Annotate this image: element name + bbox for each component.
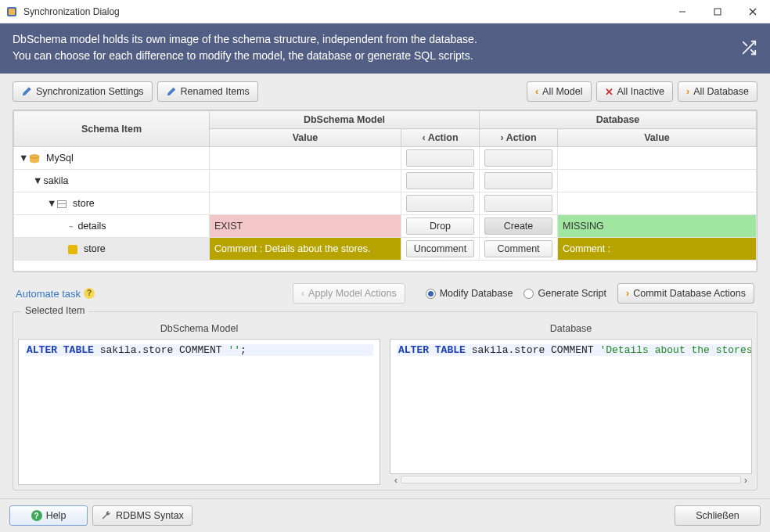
col-model-value: Value — [210, 129, 401, 147]
selected-right-title: Database — [390, 323, 752, 334]
sync-table: Schema Item DbSchema Model Database Valu… — [13, 110, 757, 272]
wrench-icon — [101, 510, 112, 521]
table-icon — [57, 200, 67, 208]
tree-row-store[interactable]: ▼ store — [14, 192, 757, 215]
tree-row-mysql[interactable]: ▼ MySql — [14, 147, 757, 170]
shuffle-icon — [740, 39, 757, 56]
sync-settings-label: Synchronization Settings — [36, 86, 144, 97]
drop-button[interactable]: Drop — [406, 217, 474, 235]
pencil-icon — [166, 86, 177, 97]
tree-row-sakila[interactable]: ▼ sakila — [14, 170, 757, 192]
tree-label: store — [73, 198, 95, 209]
svg-rect-1 — [9, 9, 15, 15]
dialog-close-button[interactable]: Schließen — [675, 505, 761, 526]
rdbms-label: RDBMS Syntax — [116, 510, 184, 521]
tree-row-details[interactable]: ∙∙∙ details EXIST Drop Create MISSING — [14, 215, 757, 238]
all-database-label: All Database — [693, 86, 749, 97]
x-icon: ✕ — [605, 86, 613, 98]
tree-label: sakila — [43, 175, 68, 186]
titlebar: Synchronization Dialog — [0, 0, 770, 23]
maximize-button[interactable] — [700, 0, 735, 23]
chevron-left-icon: ‹ — [301, 288, 304, 299]
all-inactive-button[interactable]: ✕ All Inactive — [596, 81, 673, 102]
empty-action[interactable] — [484, 149, 552, 167]
empty-action[interactable] — [484, 195, 552, 212]
database-icon — [29, 154, 40, 164]
help-icon: ? — [31, 510, 42, 521]
apply-model-actions-button[interactable]: ‹ Apply Model Actions — [293, 283, 405, 304]
help-label: Help — [46, 510, 67, 521]
model-value: EXIST — [210, 215, 401, 238]
all-inactive-label: All Inactive — [617, 86, 664, 97]
banner-line1: DbSchema model holds its own image of th… — [13, 31, 740, 48]
renamed-items-button[interactable]: Renamed Items — [157, 81, 258, 102]
modify-db-label: Modify Database — [440, 288, 513, 299]
col-db-group: Database — [480, 111, 757, 129]
generate-script-radio[interactable]: Generate Script — [524, 288, 606, 299]
horizontal-scrollbar[interactable]: ‹› — [390, 474, 752, 485]
tree-label: details — [77, 221, 106, 232]
rdbms-syntax-button[interactable]: RDBMS Syntax — [92, 505, 192, 526]
pencil-icon — [21, 86, 32, 97]
col-db-action: › Action — [480, 129, 558, 147]
commit-db-label: Commit Database Actions — [633, 288, 746, 299]
tree-row-store-leaf[interactable]: store Comment : Details about the stores… — [14, 238, 757, 261]
close-button[interactable] — [735, 0, 770, 23]
col-db-value: Value — [558, 129, 757, 147]
db-value: MISSING — [558, 215, 757, 238]
sql-right[interactable]: ALTER TABLE sakila.store COMMENT 'Detail… — [390, 339, 752, 474]
col-model-action: ‹ Action — [401, 129, 480, 147]
minimize-button[interactable] — [664, 0, 700, 23]
sync-settings-button[interactable]: Synchronization Settings — [13, 81, 153, 102]
modify-database-radio[interactable]: Modify Database — [426, 288, 513, 299]
dots-icon: ∙∙∙ — [68, 221, 71, 232]
svg-rect-3 — [714, 9, 721, 15]
sql-left[interactable]: ALTER TABLE sakila.store COMMENT ''; — [18, 339, 380, 485]
empty-action[interactable] — [484, 172, 552, 189]
app-icon — [5, 5, 18, 18]
close-label: Schließen — [696, 510, 739, 521]
uncomment-button[interactable]: Uncomment — [406, 240, 474, 257]
chevron-right-icon: › — [626, 288, 629, 299]
model-value: Comment : Details about the stores. — [210, 238, 401, 261]
window-title: Synchronization Dialog — [23, 6, 664, 17]
all-model-button[interactable]: ‹ All Model — [527, 81, 592, 102]
tree-label: MySql — [46, 153, 74, 164]
comment-button[interactable]: Comment — [484, 240, 552, 257]
comment-icon — [68, 245, 77, 254]
chevron-right-icon: › — [686, 86, 689, 97]
help-hint-icon[interactable]: ? — [84, 288, 95, 299]
empty-action[interactable] — [406, 195, 474, 212]
info-banner: DbSchema model holds its own image of th… — [0, 23, 770, 74]
selected-left-title: DbSchema Model — [18, 323, 380, 334]
db-value: Comment : — [558, 238, 757, 261]
create-button[interactable]: Create — [484, 217, 552, 235]
automate-task-link[interactable]: Automate task — [16, 288, 81, 300]
all-model-label: All Model — [542, 86, 582, 97]
bottom-bar: ? Help RDBMS Syntax Schließen — [0, 498, 770, 532]
empty-action[interactable] — [406, 149, 474, 167]
banner-line2: You can choose for each difference to mo… — [13, 48, 740, 64]
selected-item-legend: Selected Item — [21, 305, 88, 316]
help-button[interactable]: ? Help — [9, 505, 88, 526]
chevron-left-icon: ‹ — [535, 86, 538, 97]
tree-label: store — [84, 243, 106, 254]
selected-item-panel: Selected Item DbSchema Model ALTER TABLE… — [13, 311, 757, 491]
commit-db-actions-button[interactable]: › Commit Database Actions — [617, 283, 754, 304]
col-schema-item: Schema Item — [14, 111, 210, 147]
col-model-group: DbSchema Model — [210, 111, 480, 129]
empty-action[interactable] — [406, 172, 474, 189]
all-database-button[interactable]: › All Database — [678, 81, 757, 102]
renamed-items-label: Renamed Items — [181, 86, 250, 97]
apply-model-label: Apply Model Actions — [308, 288, 397, 299]
generate-script-label: Generate Script — [538, 288, 606, 299]
